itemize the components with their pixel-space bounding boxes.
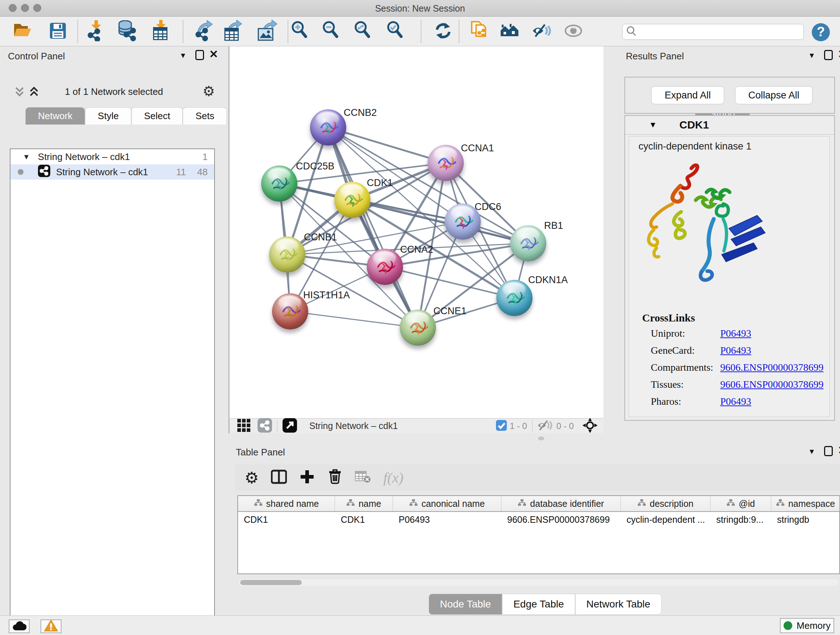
network-node-ccne1[interactable] bbox=[400, 310, 436, 346]
zoom-in-icon[interactable] bbox=[291, 21, 309, 42]
network-row[interactable]: String Network – cdk1 11 48 bbox=[11, 165, 214, 180]
protein-collapse-icon[interactable]: ▼ bbox=[649, 120, 657, 130]
network-edge-count: 48 bbox=[197, 166, 208, 178]
network-node-ccna1[interactable] bbox=[428, 145, 464, 181]
results-panel-float-icon[interactable]: ▼ bbox=[808, 51, 815, 60]
table-cell[interactable]: stringdb bbox=[771, 512, 840, 527]
string-home-icon[interactable] bbox=[500, 22, 521, 41]
column-type-icon bbox=[346, 499, 355, 509]
network-options-gear-icon[interactable]: ⚙ bbox=[202, 83, 215, 99]
table-cell[interactable]: stringdb:9... bbox=[711, 512, 771, 527]
scrollbar-thumb[interactable] bbox=[240, 580, 302, 585]
table-panel-maximize-icon[interactable] bbox=[824, 446, 833, 456]
refresh-icon[interactable] bbox=[434, 22, 452, 41]
protein-card: ▼ CDK1 cyclin-dependent kinase 1 CrossLi… bbox=[624, 115, 835, 421]
tab-sets[interactable]: Sets bbox=[183, 107, 227, 125]
tab-style[interactable]: Style bbox=[85, 107, 131, 125]
protein-description: cyclin-dependent kinase 1 bbox=[638, 141, 752, 152]
crosslinks-list: Uniprot: P06493GeneCard: P06493Compartme… bbox=[629, 328, 829, 413]
selected-checkbox-icon[interactable] bbox=[496, 420, 507, 432]
import-table-icon[interactable] bbox=[151, 20, 169, 43]
open-session-icon[interactable] bbox=[13, 22, 32, 41]
column-header-namespace[interactable]: namespace bbox=[771, 496, 840, 511]
results-panel-close-icon[interactable]: ✕ bbox=[838, 49, 840, 59]
column-header-canonical-name[interactable]: canonical name bbox=[393, 496, 501, 511]
network-node-ccnb1[interactable] bbox=[269, 236, 305, 272]
control-panel-maximize-icon[interactable] bbox=[195, 50, 204, 60]
crosslink-link[interactable]: P06493 bbox=[720, 396, 752, 407]
fit-selected-crosshair-icon[interactable] bbox=[583, 418, 598, 434]
table-row[interactable]: CDK1CDK1P064939606.ENSP00000378699cyclin… bbox=[238, 512, 839, 527]
tab-edge-table[interactable]: Edge Table bbox=[502, 594, 575, 615]
delete-column-icon[interactable] bbox=[328, 469, 342, 486]
hide-glass-icon[interactable] bbox=[532, 23, 553, 40]
network-node-cdk1[interactable] bbox=[334, 182, 370, 218]
network-canvas[interactable]: CCNB2 CCNA1 CDC25B CDK1 CDC6 RB1 CCNB1 C… bbox=[229, 46, 603, 418]
tab-node-table[interactable]: Node Table bbox=[429, 594, 502, 615]
collection-expand-icon[interactable]: ▼ bbox=[23, 153, 30, 161]
main-toolbar: ? bbox=[0, 17, 840, 46]
network-node-hist1h1a[interactable] bbox=[272, 293, 308, 329]
string-badge-icon[interactable] bbox=[257, 418, 272, 434]
crosslink-link[interactable]: P06493 bbox=[720, 345, 752, 356]
table-cell[interactable]: CDK1 bbox=[335, 512, 393, 527]
search-input[interactable] bbox=[622, 24, 804, 40]
column-header--id[interactable]: @id bbox=[711, 496, 771, 511]
network-collection-row[interactable]: ▼ String Network – cdk1 1 bbox=[11, 149, 214, 165]
network-node-rb1[interactable] bbox=[510, 225, 546, 261]
tab-network-table[interactable]: Network Table bbox=[575, 594, 662, 615]
open-in-browser-icon[interactable] bbox=[283, 418, 297, 434]
import-network-database-icon[interactable] bbox=[117, 20, 137, 43]
column-header-name[interactable]: name bbox=[335, 496, 393, 511]
table-cell[interactable]: CDK1 bbox=[238, 512, 335, 527]
column-header-description[interactable]: description bbox=[621, 496, 711, 511]
control-panel-float-icon[interactable]: ▼ bbox=[180, 51, 187, 60]
collapse-all-button[interactable]: Collapse All bbox=[735, 86, 813, 104]
node-label-hist1h1a: HIST1H1A bbox=[303, 290, 350, 301]
node-label-cdc25b: CDC25B bbox=[296, 161, 335, 172]
warnings-button[interactable] bbox=[41, 619, 62, 633]
crosslink-link[interactable]: 9606.ENSP00000378699 bbox=[720, 379, 823, 390]
table-cell[interactable]: 9606.ENSP00000378699 bbox=[501, 512, 621, 527]
copy-style-icon[interactable] bbox=[470, 20, 488, 43]
table-horizontal-scrollbar[interactable] bbox=[239, 579, 838, 586]
export-network-icon[interactable] bbox=[194, 20, 215, 43]
crosslink-link[interactable]: 9606.ENSP00000378699 bbox=[720, 362, 823, 373]
save-session-icon[interactable] bbox=[50, 22, 66, 41]
table-panel-close-icon[interactable]: ✕ bbox=[838, 445, 840, 455]
collection-count: 1 bbox=[202, 151, 208, 163]
table-cell[interactable]: cyclin-dependent ... bbox=[621, 512, 711, 527]
show-columns-icon[interactable] bbox=[271, 470, 287, 486]
node-gloss bbox=[373, 251, 396, 265]
zoom-fit-icon[interactable] bbox=[354, 21, 372, 42]
network-node-cdkn1a[interactable] bbox=[496, 280, 532, 316]
zoom-selected-icon[interactable] bbox=[386, 21, 405, 42]
canvas-table-splitter[interactable] bbox=[538, 437, 544, 440]
network-node-ccnb2[interactable] bbox=[310, 109, 346, 146]
tab-select[interactable]: Select bbox=[131, 107, 183, 125]
memory-button[interactable]: Memory bbox=[780, 618, 834, 633]
import-network-icon[interactable] bbox=[86, 20, 105, 43]
cloud-status-button[interactable] bbox=[9, 619, 30, 633]
tab-network[interactable]: Network bbox=[25, 107, 85, 125]
control-panel-close-icon[interactable]: ✕ bbox=[209, 49, 218, 59]
node-gloss bbox=[278, 295, 302, 310]
table-options-gear-icon[interactable]: ⚙ bbox=[245, 469, 259, 487]
network-node-cdc25b[interactable] bbox=[261, 165, 297, 202]
export-table-icon[interactable] bbox=[223, 20, 243, 43]
birds-eye-grid-icon[interactable] bbox=[237, 419, 250, 433]
column-header-database-identifier[interactable]: database identifier bbox=[501, 496, 621, 511]
column-header-shared-name[interactable]: shared name bbox=[238, 496, 335, 511]
expand-all-button[interactable]: Expand All bbox=[651, 86, 724, 104]
table-cell[interactable]: P06493 bbox=[393, 512, 501, 527]
network-node-ccna2[interactable] bbox=[367, 249, 403, 285]
column-type-icon bbox=[776, 499, 785, 509]
create-column-icon[interactable] bbox=[300, 470, 314, 486]
export-image-icon[interactable] bbox=[257, 20, 277, 43]
help-button[interactable]: ? bbox=[812, 23, 830, 41]
column-type-icon bbox=[409, 499, 418, 509]
table-panel-float-icon[interactable]: ▼ bbox=[808, 448, 815, 456]
results-panel-maximize-icon[interactable] bbox=[824, 50, 833, 60]
zoom-out-icon[interactable] bbox=[322, 21, 340, 42]
crosslink-link[interactable]: P06493 bbox=[720, 328, 752, 339]
